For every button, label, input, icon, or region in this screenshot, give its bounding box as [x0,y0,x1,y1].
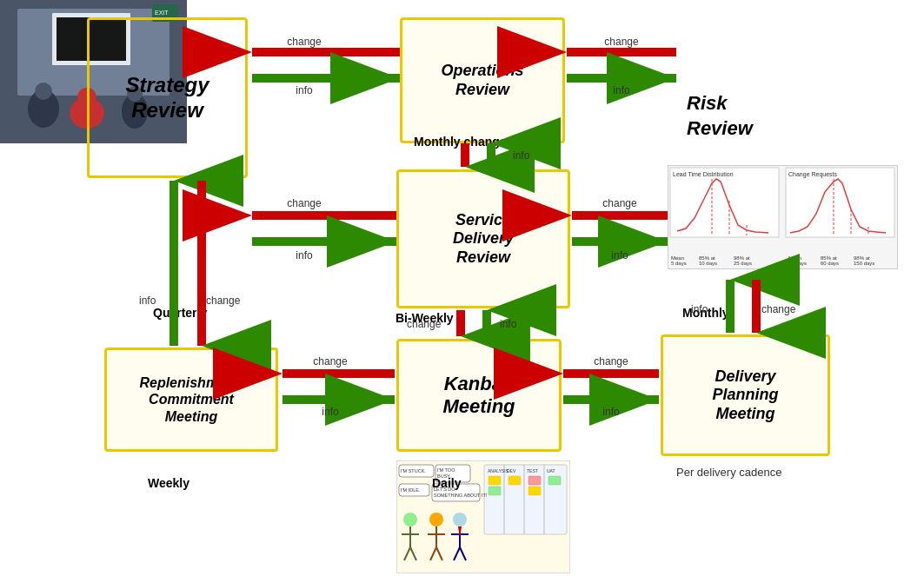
operations-review-box: OperationsReview [400,17,565,143]
risk-review-label: RiskReview [687,92,753,139]
svg-text:info: info [296,249,313,262]
svg-text:change: change [604,36,639,48]
svg-text:change: change [602,197,637,209]
bi-weekly-label: Bi-Weekly [396,311,454,325]
svg-text:25 days: 25 days [734,261,752,266]
svg-rect-47 [528,487,541,495]
svg-text:SOMETHING ABOUT IT!: SOMETHING ABOUT IT! [434,493,488,498]
risk-chart: Lead Time Distribution Mean 5 days 85% a… [668,165,898,269]
kanban-meeting-label: KanbanMeeting [442,373,515,419]
svg-point-69 [453,513,467,526]
weekly-label: Weekly [148,476,189,490]
svg-text:TEST: TEST [527,468,538,473]
risk-review-box: RiskReview [687,91,826,161]
replenishment-meeting-box: Replenishment/CommitmentMeeting [104,348,278,452]
svg-text:info: info [500,318,517,330]
svg-rect-45 [509,476,521,485]
svg-rect-23 [786,168,894,237]
svg-point-64 [429,513,443,526]
svg-text:info: info [602,406,620,418]
svg-text:Lead Time Distribution: Lead Time Distribution [673,171,734,177]
svg-rect-43 [489,476,501,485]
svg-text:change: change [287,197,322,209]
operations-review-label: OperationsReview [441,62,523,99]
svg-text:I'M IDLE.: I'M IDLE. [401,487,421,493]
delivery-planning-meeting-label: DeliveryPlanningMeeting [713,367,779,424]
monthly-label-right: Monthly [682,306,729,320]
svg-text:I'M TOO: I'M TOO [437,467,455,473]
svg-rect-48 [548,476,561,485]
service-delivery-review-label: ServiceDeliveryReview [453,211,514,268]
delivery-planning-meeting-box: DeliveryPlanningMeeting [661,334,830,456]
daily-label: Daily [432,476,461,490]
svg-text:change: change [761,303,796,315]
svg-text:10 days: 10 days [699,261,717,266]
svg-text:change: change [206,295,241,307]
svg-text:60 days: 60 days [821,261,839,266]
svg-rect-44 [489,487,501,495]
svg-point-59 [403,513,417,526]
svg-text:info: info [296,84,313,96]
svg-text:change: change [594,355,628,367]
svg-text:150 days: 150 days [854,261,874,266]
svg-text:info: info [513,149,530,162]
monthly-change-label: Monthly change [414,135,507,149]
strategy-review-box: Strategy Review [87,17,248,178]
diagram-container: EXIT Strategy Review OperationsReview Se… [0,0,924,576]
svg-rect-46 [528,476,541,485]
per-delivery-cadence-label: Per delivery cadence [676,466,781,479]
svg-text:info: info [139,295,156,307]
svg-text:info: info [322,406,339,418]
kanban-cartoon: ANALYSIS DEV TEST UAT I'M STUCK. I'M TOO… [396,460,570,573]
svg-text:Change Requests: Change Requests [788,171,838,178]
svg-rect-35 [484,465,567,534]
svg-text:change: change [313,355,348,367]
svg-point-5 [35,83,52,100]
svg-text:info: info [613,84,630,96]
service-delivery-review-box: ServiceDeliveryReview [396,169,570,308]
svg-text:EXIT: EXIT [155,10,169,16]
svg-text:DEV: DEV [507,468,516,473]
svg-text:50 days: 50 days [788,261,807,266]
quarterly-label: Quarterly [153,306,207,320]
svg-text:info: info [611,249,628,262]
strategy-review-label: Strategy Review [96,73,238,123]
svg-text:UAT: UAT [547,468,555,473]
svg-text:change: change [287,36,322,48]
svg-text:5 days: 5 days [671,261,687,266]
kanban-meeting-box: KanbanMeeting [396,339,562,452]
svg-text:I'M STUCK.: I'M STUCK. [401,468,426,473]
replenishment-meeting-label: Replenishment/CommitmentMeeting [139,374,243,425]
